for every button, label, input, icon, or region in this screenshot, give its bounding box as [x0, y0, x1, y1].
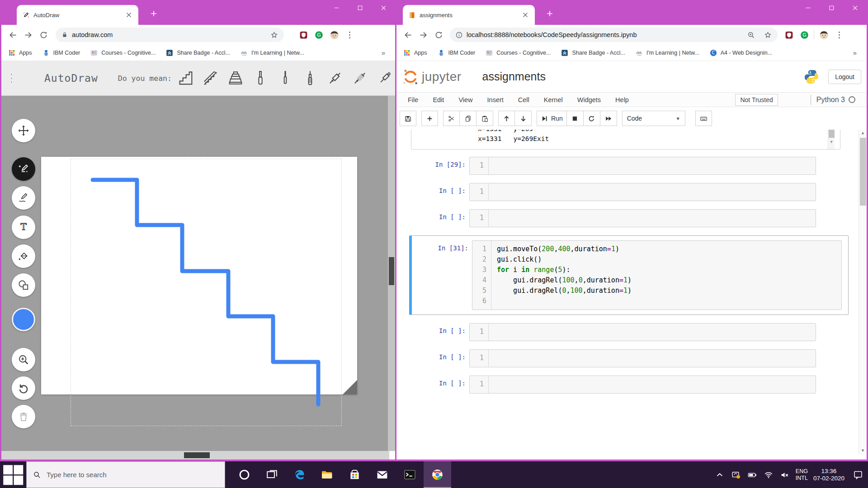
language-indicator[interactable]: ENG INTL — [796, 468, 808, 482]
menu-file[interactable]: File — [408, 96, 418, 103]
notebook-cell[interactable]: In [ ]: 1 — [409, 349, 867, 367]
suggestion-stairs-icon[interactable] — [175, 68, 196, 89]
new-tab-button[interactable] — [148, 8, 160, 19]
right-titlebar[interactable]: assignments — [396, 0, 867, 25]
suggestion-stairs-railing-icon[interactable] — [200, 68, 221, 89]
code-area[interactable] — [489, 157, 498, 174]
jupyter-brand[interactable]: jupyter — [422, 70, 462, 84]
menu-kernel[interactable]: Kernel — [544, 96, 563, 103]
tool-fill[interactable] — [12, 244, 35, 268]
back-icon[interactable] — [5, 27, 20, 42]
cell-input[interactable]: 1 — [469, 209, 816, 227]
run-cell-button[interactable]: Run — [537, 111, 567, 126]
back-icon[interactable] — [400, 27, 415, 42]
address-bar[interactable]: autodraw.com — [56, 28, 284, 42]
taskbar-terminal[interactable] — [396, 461, 424, 488]
bookmark-courses-cognitive[interactable]: Courses - Cognitive... — [485, 49, 551, 57]
forward-icon[interactable] — [20, 27, 36, 42]
add-cell-button[interactable] — [421, 111, 438, 126]
menu-widgets[interactable]: Widgets — [577, 96, 601, 103]
tool-autodraw-magic[interactable] — [12, 157, 35, 181]
grammarly-icon[interactable]: G — [311, 27, 326, 42]
taskbar-file-explorer[interactable] — [313, 461, 341, 488]
suggestion-screw-gauge-icon[interactable] — [300, 68, 321, 89]
tray-battery-icon[interactable] — [747, 469, 758, 480]
suggestion-syringe-icon[interactable] — [325, 68, 345, 89]
taskbar-cortana[interactable] — [231, 461, 258, 488]
code-area[interactable] — [489, 350, 498, 367]
chrome-menu-icon[interactable] — [342, 27, 357, 42]
info-icon[interactable] — [455, 31, 463, 39]
profile-avatar[interactable] — [326, 27, 342, 42]
tool-move[interactable] — [12, 119, 35, 142]
bookmark-a4-web-designin[interactable]: CA4 - Web Designin... — [709, 49, 772, 57]
bookmark-ibm-coder[interactable]: IBM Coder — [437, 49, 476, 57]
cell-input[interactable]: 1 — [469, 323, 816, 341]
suggestion-screwdriver-slim-icon[interactable] — [275, 68, 296, 89]
bookmarks-overflow-chevron[interactable]: » — [382, 49, 389, 56]
notebook-cell[interactable]: In [29]: 1 — [409, 157, 867, 175]
tray-chevron-up-icon[interactable] — [714, 469, 725, 480]
cell-input[interactable]: 1 — [469, 183, 816, 201]
cell-input[interactable]: 123456 gui.moveTo(200,400,duration=1)gui… — [472, 240, 842, 310]
start-button[interactable] — [0, 461, 26, 488]
bookmark-ibm-coder[interactable]: IBM Coder — [42, 49, 80, 57]
clock[interactable]: 13:36 07-02-2020 — [813, 468, 844, 482]
new-tab-button[interactable] — [544, 8, 556, 19]
taskbar-edge[interactable] — [286, 461, 313, 488]
drawing-canvas[interactable] — [1, 96, 389, 451]
restart-kernel-button[interactable] — [584, 111, 600, 126]
action-center-icon[interactable] — [853, 469, 863, 480]
suggestion-screwdriver-icon[interactable] — [250, 68, 271, 89]
close-button[interactable] — [843, 0, 867, 15]
notebook-cell[interactable]: In [ ]: 1 — [409, 183, 867, 201]
menu-hamburger-icon[interactable] — [11, 74, 12, 83]
notebook-cell[interactable]: In [ ]: 1 — [409, 323, 867, 341]
bookmark-star-icon[interactable] — [270, 31, 278, 39]
code-area[interactable]: gui.moveTo(200,400,duration=1)gui.click(… — [491, 241, 632, 310]
code-area[interactable] — [489, 376, 498, 393]
code-area[interactable] — [489, 183, 498, 201]
bookmark-courses-cognitive[interactable]: Courses - Cognitive... — [90, 49, 156, 57]
cell-input[interactable]: 1 — [469, 375, 816, 394]
notebook-cell[interactable]: In [ ]: 1 — [409, 209, 867, 227]
address-bar[interactable]: localhost:8888/notebooks/CodeSpeedy/assi… — [450, 28, 778, 42]
bookmark-apps[interactable]: Apps — [8, 49, 32, 57]
canvas-resize-corner[interactable] — [343, 380, 357, 394]
copy-cells-button[interactable] — [460, 111, 476, 126]
bookmarks-overflow-chevron[interactable]: » — [853, 49, 860, 56]
tool-shapes[interactable] — [12, 273, 35, 297]
tool-color-swatch[interactable] — [12, 308, 35, 331]
extension-shield-icon[interactable] — [296, 27, 311, 42]
notebook-cell[interactable]: In [ ]: 1 — [409, 375, 867, 394]
logout-button[interactable]: Logout — [828, 70, 861, 84]
left-vertical-scrollbar[interactable] — [388, 96, 395, 451]
cell-input[interactable]: 1 — [469, 157, 816, 175]
cut-cells-button[interactable] — [443, 111, 460, 126]
forward-icon[interactable] — [415, 27, 431, 42]
interrupt-kernel-button[interactable] — [567, 111, 584, 126]
suggestion-syringe-filled-icon[interactable] — [349, 68, 370, 89]
move-cell-up-button[interactable] — [498, 111, 515, 126]
taskbar-store[interactable] — [341, 461, 368, 488]
reload-icon[interactable] — [36, 27, 51, 42]
tool-text[interactable]: T — [12, 216, 35, 239]
left-horizontal-scrollbar[interactable] — [1, 451, 389, 460]
minimize-button[interactable] — [325, 0, 348, 15]
tab-close-icon[interactable] — [125, 11, 133, 19]
tab-assignments[interactable]: assignments — [403, 5, 535, 25]
menu-cell[interactable]: Cell — [518, 96, 529, 103]
suggestion-syringe-clipped-icon[interactable] — [374, 68, 395, 89]
tool-undo[interactable] — [12, 376, 35, 400]
reload-icon[interactable] — [431, 27, 446, 42]
menu-help[interactable]: Help — [615, 96, 629, 103]
tool-pencil[interactable] — [12, 186, 35, 210]
output-scrollbar[interactable]: ▼ — [828, 130, 835, 149]
tab-close-icon[interactable] — [521, 11, 529, 19]
tray-wifi-icon[interactable] — [763, 469, 774, 480]
grammarly-icon[interactable]: G — [797, 27, 812, 42]
tray-volume-mute-icon[interactable] — [779, 469, 790, 480]
bookmark-share-badge-accl[interactable]: Share Badge - Accl... — [561, 49, 625, 57]
suggestion-tiered-cake-icon[interactable] — [225, 68, 246, 89]
bookmark-i-m-learning-netw[interactable]: ciscoI'm Learning | Netw... — [240, 49, 304, 57]
